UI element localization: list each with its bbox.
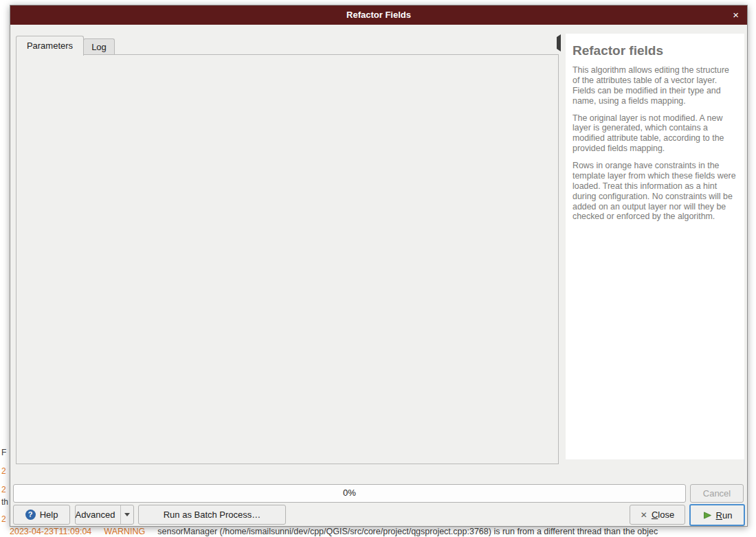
cancel-button: Cancel <box>690 484 744 503</box>
help-title: Refactor fields <box>572 43 737 58</box>
progress-bar: 0% <box>13 484 686 503</box>
help-icon: ? <box>25 510 36 520</box>
log-level: WARNING <box>104 527 145 536</box>
run-as-batch-button[interactable]: Run as Batch Process… <box>138 505 286 525</box>
advanced-button-label: Advanced <box>76 510 115 520</box>
tab-parameters[interactable]: Parameters <box>16 36 84 56</box>
bg-log-fragment: 2 <box>1 485 6 494</box>
background-log-line: 2023-04-23T11:09:04WARNINGsensorManager … <box>10 527 756 536</box>
help-paragraph: This algorithm allows editing the struct… <box>572 65 737 106</box>
refactor-fields-dialog: Refactor Fields × Parameters Log Input l… <box>10 5 748 527</box>
chevron-down-icon[interactable] <box>120 505 133 524</box>
algorithm-help-panel: Refactor fields This algorithm allows ed… <box>566 34 744 459</box>
close-x-icon: ✕ <box>641 510 647 520</box>
parameters-panel-frame <box>16 54 559 464</box>
bg-log-fragment: 2 <box>1 514 6 524</box>
bg-log-fragment: 2 <box>1 466 6 476</box>
help-button[interactable]: ? Help <box>13 505 70 525</box>
close-button[interactable]: ✕ Close <box>630 505 685 525</box>
close-button-label: Close <box>652 510 674 520</box>
close-icon[interactable]: × <box>733 5 739 25</box>
advanced-button[interactable]: Advanced <box>75 505 134 525</box>
tab-log[interactable]: Log <box>83 38 115 56</box>
log-timestamp: 2023-04-23T11:09:04 <box>10 527 91 536</box>
log-message: sensorManager (/home/ismailsunni/dev/cpp… <box>157 527 658 536</box>
dialog-title: Refactor Fields <box>10 5 747 25</box>
bg-log-fragment: F <box>1 448 6 457</box>
run-icon <box>702 510 713 521</box>
help-button-label: Help <box>40 510 58 520</box>
dialog-titlebar[interactable]: Refactor Fields × <box>10 5 747 25</box>
help-paragraph: The original layer is not modified. A ne… <box>572 113 737 155</box>
run-button-label: Run <box>716 510 733 521</box>
help-paragraph: Rows in orange have constraints in the t… <box>572 161 737 222</box>
run-button[interactable]: Run <box>689 504 745 526</box>
bg-log-fragment: th <box>1 497 8 507</box>
panel-scroll-left-icon[interactable] <box>557 37 561 49</box>
